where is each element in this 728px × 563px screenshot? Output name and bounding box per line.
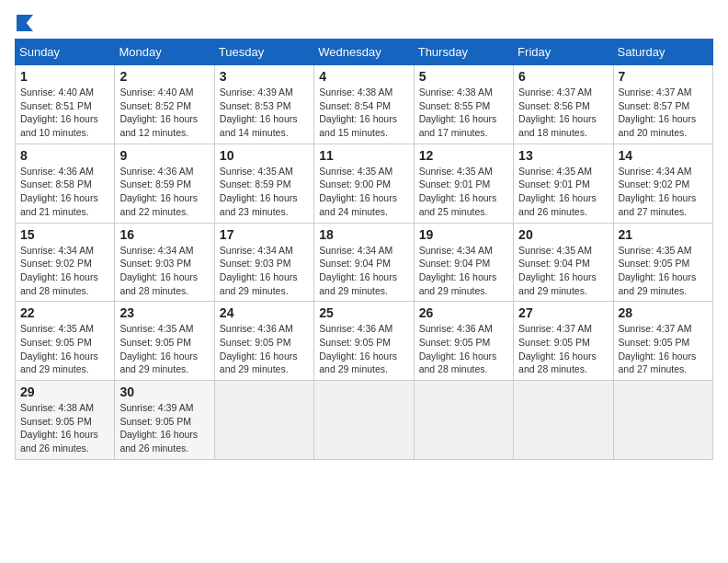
day-info: Sunrise: 4:34 AM Sunset: 9:03 PM Dayligh…: [220, 244, 309, 298]
calendar-cell: 22 Sunrise: 4:35 AM Sunset: 9:05 PM Dayl…: [16, 302, 115, 381]
day-number: 27: [518, 305, 608, 320]
day-number: 21: [619, 227, 708, 242]
calendar-cell: 26 Sunrise: 4:36 AM Sunset: 9:05 PM Dayl…: [414, 302, 513, 381]
calendar-cell: 18 Sunrise: 4:34 AM Sunset: 9:04 PM Dayl…: [314, 223, 414, 302]
calendar-week-3: 15 Sunrise: 4:34 AM Sunset: 9:02 PM Dayl…: [16, 223, 713, 302]
day-number: 9: [119, 148, 209, 163]
calendar-cell: 3 Sunrise: 4:39 AM Sunset: 8:53 PM Dayli…: [214, 65, 313, 144]
calendar-week-1: 1 Sunrise: 4:40 AM Sunset: 8:51 PM Dayli…: [16, 65, 713, 144]
day-info: Sunrise: 4:35 AM Sunset: 8:59 PM Dayligh…: [220, 165, 309, 219]
day-number: 1: [20, 69, 109, 84]
day-info: Sunrise: 4:35 AM Sunset: 9:05 PM Dayligh…: [20, 322, 109, 376]
calendar-week-2: 8 Sunrise: 4:36 AM Sunset: 8:58 PM Dayli…: [16, 144, 713, 223]
calendar-cell: 28 Sunrise: 4:37 AM Sunset: 9:05 PM Dayl…: [613, 302, 712, 381]
calendar-header-row: SundayMondayTuesdayWednesdayThursdayFrid…: [16, 40, 713, 65]
day-number: 16: [119, 227, 209, 242]
calendar-header-tuesday: Tuesday: [214, 40, 313, 65]
day-number: 4: [319, 69, 408, 84]
day-number: 14: [619, 148, 708, 163]
day-info: Sunrise: 4:39 AM Sunset: 9:05 PM Dayligh…: [119, 401, 209, 455]
calendar-cell: 10 Sunrise: 4:35 AM Sunset: 8:59 PM Dayl…: [214, 144, 313, 223]
calendar-cell: [214, 381, 313, 460]
day-number: 18: [319, 227, 408, 242]
calendar-cell: 12 Sunrise: 4:35 AM Sunset: 9:01 PM Dayl…: [414, 144, 513, 223]
day-info: Sunrise: 4:34 AM Sunset: 9:03 PM Dayligh…: [119, 244, 209, 298]
day-info: Sunrise: 4:35 AM Sunset: 9:01 PM Dayligh…: [419, 165, 508, 219]
day-number: 5: [419, 69, 508, 84]
day-info: Sunrise: 4:35 AM Sunset: 9:01 PM Dayligh…: [518, 165, 608, 219]
day-info: Sunrise: 4:39 AM Sunset: 8:53 PM Dayligh…: [220, 86, 309, 140]
day-info: Sunrise: 4:36 AM Sunset: 9:05 PM Dayligh…: [220, 322, 309, 376]
calendar-cell: 11 Sunrise: 4:35 AM Sunset: 9:00 PM Dayl…: [314, 144, 414, 223]
day-number: 22: [20, 305, 109, 320]
day-number: 20: [518, 227, 608, 242]
day-info: Sunrise: 4:36 AM Sunset: 9:05 PM Dayligh…: [319, 322, 408, 376]
calendar-header-monday: Monday: [115, 40, 214, 65]
day-info: Sunrise: 4:35 AM Sunset: 9:04 PM Dayligh…: [518, 244, 608, 298]
calendar-cell: 14 Sunrise: 4:34 AM Sunset: 9:02 PM Dayl…: [613, 144, 712, 223]
day-info: Sunrise: 4:34 AM Sunset: 9:02 PM Dayligh…: [619, 165, 708, 219]
calendar-cell: 23 Sunrise: 4:35 AM Sunset: 9:05 PM Dayl…: [115, 302, 214, 381]
day-info: Sunrise: 4:35 AM Sunset: 9:05 PM Dayligh…: [619, 244, 708, 298]
day-info: Sunrise: 4:35 AM Sunset: 9:05 PM Dayligh…: [119, 322, 209, 376]
calendar-cell: 7 Sunrise: 4:37 AM Sunset: 8:57 PM Dayli…: [613, 65, 712, 144]
day-info: Sunrise: 4:38 AM Sunset: 8:54 PM Dayligh…: [319, 86, 408, 140]
calendar-cell: 8 Sunrise: 4:36 AM Sunset: 8:58 PM Dayli…: [16, 144, 115, 223]
calendar-cell: 13 Sunrise: 4:35 AM Sunset: 9:01 PM Dayl…: [514, 144, 613, 223]
day-number: 26: [419, 305, 508, 320]
day-info: Sunrise: 4:35 AM Sunset: 9:00 PM Dayligh…: [319, 165, 408, 219]
calendar-cell: 2 Sunrise: 4:40 AM Sunset: 8:52 PM Dayli…: [115, 65, 214, 144]
calendar-header-sunday: Sunday: [16, 40, 115, 65]
day-info: Sunrise: 4:40 AM Sunset: 8:52 PM Dayligh…: [119, 86, 209, 140]
calendar-cell: 27 Sunrise: 4:37 AM Sunset: 9:05 PM Dayl…: [514, 302, 613, 381]
calendar-header-friday: Friday: [514, 40, 613, 65]
day-number: 12: [419, 148, 508, 163]
calendar-cell: 4 Sunrise: 4:38 AM Sunset: 8:54 PM Dayli…: [314, 65, 414, 144]
day-number: 2: [119, 69, 209, 84]
day-number: 25: [319, 305, 408, 320]
calendar-cell: 1 Sunrise: 4:40 AM Sunset: 8:51 PM Dayli…: [16, 65, 115, 144]
day-info: Sunrise: 4:38 AM Sunset: 8:55 PM Dayligh…: [419, 86, 508, 140]
calendar-cell: [414, 381, 513, 460]
calendar-cell: 17 Sunrise: 4:34 AM Sunset: 9:03 PM Dayl…: [214, 223, 313, 302]
calendar-header-thursday: Thursday: [414, 40, 513, 65]
day-info: Sunrise: 4:37 AM Sunset: 9:05 PM Dayligh…: [518, 322, 608, 376]
calendar-table: SundayMondayTuesdayWednesdayThursdayFrid…: [15, 39, 713, 460]
day-number: 8: [20, 148, 109, 163]
day-number: 15: [20, 227, 109, 242]
day-number: 23: [119, 305, 209, 320]
day-info: Sunrise: 4:34 AM Sunset: 9:02 PM Dayligh…: [20, 244, 109, 298]
day-info: Sunrise: 4:36 AM Sunset: 9:05 PM Dayligh…: [419, 322, 508, 376]
calendar-cell: [613, 381, 712, 460]
logo-icon: [17, 15, 33, 31]
day-number: 28: [619, 305, 708, 320]
calendar-cell: 6 Sunrise: 4:37 AM Sunset: 8:56 PM Dayli…: [514, 65, 613, 144]
calendar-header-saturday: Saturday: [613, 40, 712, 65]
calendar-cell: 29 Sunrise: 4:38 AM Sunset: 9:05 PM Dayl…: [16, 381, 115, 460]
calendar-week-5: 29 Sunrise: 4:38 AM Sunset: 9:05 PM Dayl…: [16, 381, 713, 460]
calendar-cell: 5 Sunrise: 4:38 AM Sunset: 8:55 PM Dayli…: [414, 65, 513, 144]
logo: [15, 15, 33, 31]
calendar-cell: 25 Sunrise: 4:36 AM Sunset: 9:05 PM Dayl…: [314, 302, 414, 381]
calendar-cell: 9 Sunrise: 4:36 AM Sunset: 8:59 PM Dayli…: [115, 144, 214, 223]
day-number: 19: [419, 227, 508, 242]
calendar-cell: 16 Sunrise: 4:34 AM Sunset: 9:03 PM Dayl…: [115, 223, 214, 302]
calendar-cell: [514, 381, 613, 460]
day-number: 30: [119, 385, 209, 399]
day-info: Sunrise: 4:36 AM Sunset: 8:58 PM Dayligh…: [20, 165, 109, 219]
day-info: Sunrise: 4:37 AM Sunset: 8:57 PM Dayligh…: [619, 86, 708, 140]
day-number: 24: [220, 305, 309, 320]
day-info: Sunrise: 4:37 AM Sunset: 8:56 PM Dayligh…: [518, 86, 608, 140]
calendar-header-wednesday: Wednesday: [314, 40, 414, 65]
calendar-cell: 21 Sunrise: 4:35 AM Sunset: 9:05 PM Dayl…: [613, 223, 712, 302]
header: [15, 15, 713, 31]
calendar-cell: 19 Sunrise: 4:34 AM Sunset: 9:04 PM Dayl…: [414, 223, 513, 302]
day-number: 6: [518, 69, 608, 84]
day-number: 29: [20, 385, 109, 399]
day-info: Sunrise: 4:36 AM Sunset: 8:59 PM Dayligh…: [119, 165, 209, 219]
calendar-cell: 15 Sunrise: 4:34 AM Sunset: 9:02 PM Dayl…: [16, 223, 115, 302]
calendar-cell: 20 Sunrise: 4:35 AM Sunset: 9:04 PM Dayl…: [514, 223, 613, 302]
calendar-week-4: 22 Sunrise: 4:35 AM Sunset: 9:05 PM Dayl…: [16, 302, 713, 381]
day-number: 10: [220, 148, 309, 163]
day-info: Sunrise: 4:34 AM Sunset: 9:04 PM Dayligh…: [419, 244, 508, 298]
